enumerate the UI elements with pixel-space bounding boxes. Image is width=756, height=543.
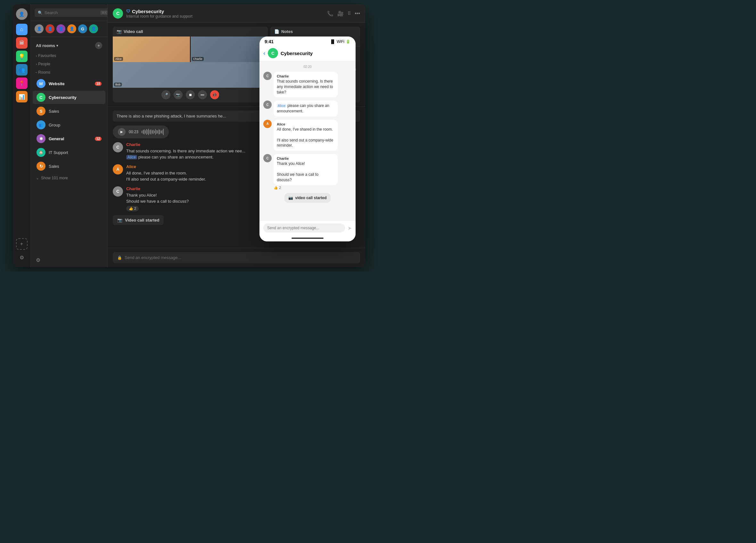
icon-bar: 👤 ⌂ 🏛 💡 👥 📍 📊 + ⚙: [13, 4, 31, 267]
people-icon[interactable]: 👥: [16, 64, 28, 76]
video-panel-label: Video call: [124, 29, 143, 34]
avatar-1[interactable]: 👤: [35, 24, 44, 33]
pin-icon[interactable]: 📍: [16, 78, 28, 89]
mobile-charlie-avatar: C: [263, 72, 272, 80]
mobile-charlie-name-2: Charlie: [277, 157, 334, 161]
mobile-charlie-name: Charlie: [277, 74, 334, 78]
room-icon-cybersecurity: C: [37, 93, 45, 102]
room-description: Internal room for guidance and support: [126, 14, 324, 19]
screen-share-button[interactable]: ⏹: [186, 90, 195, 99]
mobile-messages: 02:20 C Charlie That sounds concerning. …: [259, 61, 356, 221]
mobile-message-input[interactable]: [263, 224, 345, 233]
show-more-label: Show 101 more: [41, 176, 68, 180]
signal-icon: ▐▌: [330, 39, 335, 44]
video-name-alice: Alice: [114, 57, 123, 61]
add-icon[interactable]: +: [16, 238, 28, 250]
room-name-heading: Cybersecurity: [132, 9, 164, 14]
self-avatar[interactable]: 👤: [16, 8, 28, 20]
chat-header-info: 🛡 Cybersecurity Internal room for guidan…: [126, 9, 324, 19]
room-icon-group: 👥: [37, 120, 45, 129]
camera-button[interactable]: 📷: [174, 90, 183, 99]
mobile-video-call-container: 📷 video call started: [263, 193, 352, 203]
room-name-sales-2: Sales: [49, 164, 102, 169]
search-box[interactable]: 🔍 ⌘K: [35, 8, 111, 17]
mobile-charlie-avatar-3: C: [263, 154, 272, 162]
room-icon-website: W: [37, 79, 45, 88]
avatar-5[interactable]: G: [78, 24, 87, 33]
mobile-reaction: 👍 2: [274, 186, 338, 190]
room-item-it-support[interactable]: 🏠 IT Support: [33, 146, 105, 159]
mobile-alice-mention: Alice: [277, 104, 286, 108]
mic-button[interactable]: 🎤: [161, 90, 170, 99]
home-bar: [292, 238, 324, 239]
video-name-charlie: Charlie: [192, 57, 204, 61]
end-call-button[interactable]: 📵: [210, 90, 219, 99]
room-header-avatar: C: [113, 8, 123, 19]
room-item-sales[interactable]: S Sales: [33, 104, 105, 118]
avatar-3[interactable]: 👤: [56, 24, 65, 33]
notes-panel-header: 📄 Notes: [270, 27, 360, 37]
mobile-alice-avatar: A: [263, 120, 272, 128]
audio-waveform: [142, 129, 164, 135]
show-more-button[interactable]: ⌄ Show 101 more: [31, 173, 107, 183]
sidebar-section-rooms[interactable]: › Rooms: [31, 68, 107, 77]
video-icon[interactable]: 🎥: [337, 11, 344, 17]
back-button[interactable]: ‹: [263, 50, 265, 57]
sidebar-section-people[interactable]: › People: [31, 60, 107, 68]
video-panel-header: 📷 Video call: [113, 27, 268, 37]
mobile-overlay: 9:41 ▐▌ WiFi 🔋 ‹ C Cybersecurity 02:20 C…: [259, 37, 356, 242]
light-icon[interactable]: 💡: [16, 51, 28, 62]
avatar-2[interactable]: 👤: [45, 24, 54, 33]
mobile-input-area: ➤: [259, 221, 356, 235]
chat-header: C 🛡 Cybersecurity Internal room for guid…: [108, 4, 365, 23]
play-button[interactable]: ▶: [118, 128, 126, 136]
more-controls-button[interactable]: •••: [198, 90, 207, 99]
video-camera-icon: 📷: [117, 218, 122, 223]
add-room-button[interactable]: +: [95, 42, 102, 49]
all-rooms-label[interactable]: All rooms ▾: [36, 43, 58, 48]
mobile-charlie-bubble-mention: Alice please can you share an announceme…: [274, 101, 338, 117]
settings-icon[interactable]: ⚙: [16, 252, 28, 263]
chat-title: 🛡 Cybersecurity: [126, 9, 324, 14]
search-input[interactable]: [45, 10, 98, 15]
wifi-icon: WiFi: [337, 39, 344, 44]
phone-icon[interactable]: 📞: [327, 11, 333, 17]
reaction-thumbs-up[interactable]: 👍 2: [126, 206, 139, 211]
room-item-sales-2[interactable]: ↻ Sales: [33, 160, 105, 173]
chat-input-area: 🔒: [108, 248, 365, 267]
mobile-room-name: Cybersecurity: [281, 51, 313, 56]
search-shortcut: ⌘K: [100, 11, 108, 15]
video-name-bob: Bob: [114, 83, 122, 86]
chevron-down-icon-more: ⌄: [36, 176, 39, 180]
room-name-sales: Sales: [49, 109, 102, 114]
mobile-status-icons: ▐▌ WiFi 🔋: [330, 39, 350, 44]
avatar-4[interactable]: 👤: [67, 24, 76, 33]
sidebar-section-favourites[interactable]: › Favourites: [31, 52, 107, 60]
room-item-website[interactable]: W Website 10: [33, 77, 105, 90]
mobile-video-call-msg: 📷 video call started: [284, 193, 330, 203]
room-item-general[interactable]: ✱ General 12: [33, 132, 105, 145]
apps-icon[interactable]: ⠿: [348, 11, 351, 16]
room-name-group: Group: [49, 123, 102, 128]
sidebar-avatars: 👤 👤 👤 👤 G 👤: [31, 21, 107, 37]
more-icon[interactable]: •••: [355, 11, 360, 16]
room-badge-website: 10: [95, 82, 102, 86]
notes-icon: 📄: [274, 29, 279, 34]
mobile-alice-name: Alice: [277, 122, 334, 126]
mobile-msg-alice: A Alice All done, I've shared in the roo…: [263, 120, 352, 151]
chevron-down-icon: ▾: [56, 44, 58, 47]
home-icon[interactable]: ⌂: [16, 24, 28, 35]
message-input[interactable]: [125, 255, 356, 260]
room-item-group[interactable]: 👥 Group: [33, 118, 105, 132]
mobile-charlie-bubble-thanks: Charlie Thank you Alice! Should we have …: [274, 154, 338, 185]
settings-bottom-icon[interactable]: ⚙: [31, 253, 107, 267]
mobile-room-avatar: C: [268, 48, 278, 58]
room-item-cybersecurity[interactable]: C Cybersecurity: [33, 91, 105, 104]
charlie-text-after: please can you share an announcement.: [138, 155, 214, 160]
mobile-send-button[interactable]: ➤: [348, 225, 352, 231]
building-icon[interactable]: 🏛: [16, 37, 28, 49]
avatar-6[interactable]: 👤: [89, 24, 98, 33]
alice-avatar: A: [113, 164, 123, 175]
mobile-video-icon: 📷: [288, 196, 293, 200]
chart-icon[interactable]: 📊: [16, 91, 28, 103]
